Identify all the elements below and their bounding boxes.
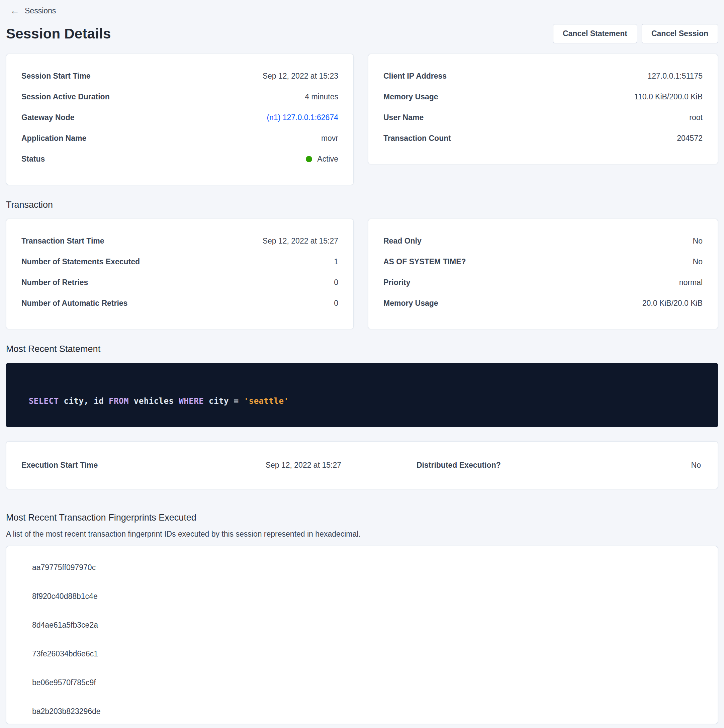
row-label: Gateway Node <box>21 113 75 122</box>
row-value-text: No <box>693 257 703 266</box>
execution-start-time-row: Execution Start Time Sep 12, 2022 at 15:… <box>6 461 362 470</box>
row-value-text: 127.0.0.1:51175 <box>647 72 703 81</box>
page-title: Session Details <box>6 26 111 42</box>
fingerprints-card: aa79775ff097970c 8f920c40d88b1c4e 8d4ae6… <box>6 546 718 724</box>
row-label: Number of Automatic Retries <box>21 299 127 308</box>
distributed-execution-row: Distributed Execution? No <box>362 461 718 470</box>
session-details-page: ← Sessions Session Details Cancel Statem… <box>0 0 724 724</box>
row-value: root <box>689 113 703 122</box>
row-value-text: movr <box>321 134 338 143</box>
row-value: 4 minutes <box>305 92 338 101</box>
info-row: Gateway Node (n1) 127.0.0.1:62674 <box>21 107 338 128</box>
info-row: Transaction Count 204572 <box>383 128 703 148</box>
row-label: Execution Start Time <box>21 461 98 470</box>
row-value: No <box>693 257 703 266</box>
cancel-session-button[interactable]: Cancel Session <box>642 24 718 43</box>
fingerprints-section-heading: Most Recent Transaction Fingerprints Exe… <box>6 512 718 523</box>
sql-statement-block: SELECT city, id FROM vehicles WHERE city… <box>6 363 718 427</box>
info-row: Session Start Time Sep 12, 2022 at 15:23 <box>21 66 338 86</box>
row-label: Read Only <box>383 237 422 246</box>
row-label: Memory Usage <box>383 92 438 101</box>
sql-token: SELECT <box>29 396 59 406</box>
back-to-sessions-link[interactable]: ← Sessions <box>6 3 718 15</box>
info-row: Read Only No <box>383 231 703 251</box>
back-arrow-icon: ← <box>10 6 19 15</box>
execution-card: Execution Start Time Sep 12, 2022 at 15:… <box>6 441 718 489</box>
row-value: 0 <box>334 278 338 287</box>
breadcrumb-sessions-label: Sessions <box>25 6 56 15</box>
row-label: Number of Retries <box>21 278 88 287</box>
row-label: Priority <box>383 278 410 287</box>
transaction-section-heading: Transaction <box>6 200 718 210</box>
fingerprint-item: aa79775ff097970c <box>32 553 718 582</box>
row-value: 204572 <box>677 134 703 143</box>
row-label: Session Start Time <box>21 72 91 81</box>
row-label: Status <box>21 154 45 164</box>
row-value-text: 20.0 KiB/20.0 KiB <box>642 299 703 308</box>
fingerprint-item: 73fe26034bd6e6c1 <box>32 639 718 668</box>
title-row: Session Details Cancel Statement Cancel … <box>6 24 718 43</box>
row-label: Number of Statements Executed <box>21 257 140 266</box>
row-value: 127.0.0.1:51175 <box>647 72 703 81</box>
transaction-card-left: Transaction Start Time Sep 12, 2022 at 1… <box>6 219 354 329</box>
info-row: Number of Retries 0 <box>21 272 338 293</box>
info-row: Memory Usage 110.0 KiB/200.0 KiB <box>383 86 703 107</box>
sql-token: WHERE <box>179 396 204 406</box>
row-value: Sep 12, 2022 at 15:27 <box>266 461 341 470</box>
row-value-text: 1 <box>334 257 338 266</box>
info-row: Session Active Duration 4 minutes <box>21 86 338 107</box>
row-value-text: Sep 12, 2022 at 15:27 <box>263 237 338 246</box>
row-value: No <box>693 237 703 246</box>
row-value: movr <box>321 134 338 143</box>
info-row: Memory Usage 20.0 KiB/20.0 KiB <box>383 293 703 314</box>
row-label: Distributed Execution? <box>416 461 501 470</box>
row-label: Transaction Start Time <box>21 237 104 246</box>
row-value-text: 204572 <box>677 134 703 143</box>
info-row: Client IP Address 127.0.0.1:51175 <box>383 66 703 86</box>
session-overview-card-left: Session Start Time Sep 12, 2022 at 15:23… <box>6 54 354 185</box>
fingerprint-item: 8f920c40d88b1c4e <box>32 582 718 610</box>
row-value: (n1) 127.0.0.1:62674 <box>267 113 338 122</box>
row-label: Client IP Address <box>383 72 447 81</box>
cancel-statement-button[interactable]: Cancel Statement <box>553 24 637 43</box>
sql-token: city, id <box>59 396 109 406</box>
row-value-text: No <box>693 237 703 246</box>
session-overview-card-right: Client IP Address 127.0.0.1:51175 Memory… <box>368 54 718 164</box>
row-label: Application Name <box>21 134 86 143</box>
most-recent-statement-heading: Most Recent Statement <box>6 344 718 354</box>
row-value: Sep 12, 2022 at 15:27 <box>263 237 338 246</box>
info-row: Priority normal <box>383 272 703 293</box>
sql-token: FROM <box>109 396 129 406</box>
row-value: 20.0 KiB/20.0 KiB <box>642 299 703 308</box>
row-value-text: Sep 12, 2022 at 15:23 <box>263 72 338 81</box>
row-value: normal <box>679 278 703 287</box>
info-row: AS OF SYSTEM TIME? No <box>383 251 703 272</box>
row-value: Active <box>306 154 338 164</box>
gateway-node-link[interactable]: (n1) 127.0.0.1:62674 <box>267 113 338 122</box>
row-label: Transaction Count <box>383 134 451 143</box>
row-value: 1 <box>334 257 338 266</box>
sql-token: vehicles <box>129 396 179 406</box>
row-value-text: 110.0 KiB/200.0 KiB <box>634 92 703 101</box>
row-value-text: Active <box>317 154 338 164</box>
fingerprint-item: 8d4ae61a5fb3ce2a <box>32 610 718 639</box>
row-label: Memory Usage <box>383 299 438 308</box>
action-buttons: Cancel Statement Cancel Session <box>553 24 718 43</box>
row-value-text: root <box>689 113 703 122</box>
row-value: 0 <box>334 299 338 308</box>
fingerprints-section-description: A list of the most recent transaction fi… <box>6 529 718 538</box>
transaction-row: Transaction Start Time Sep 12, 2022 at 1… <box>6 219 718 329</box>
row-value-text: 4 minutes <box>305 92 338 101</box>
status-active-dot-icon <box>306 156 312 162</box>
info-row: Status Active <box>21 148 338 169</box>
info-row: Application Name movr <box>21 128 338 148</box>
row-label: Session Active Duration <box>21 92 110 101</box>
info-row: User Name root <box>383 107 703 128</box>
row-value-text: 0 <box>334 299 338 308</box>
row-label: User Name <box>383 113 424 122</box>
info-row: Number of Automatic Retries 0 <box>21 293 338 314</box>
transaction-card-right: Read Only No AS OF SYSTEM TIME? No P <box>368 219 718 329</box>
sql-token: city = <box>204 396 244 406</box>
row-value: 110.0 KiB/200.0 KiB <box>634 92 703 101</box>
row-label: AS OF SYSTEM TIME? <box>383 257 466 266</box>
